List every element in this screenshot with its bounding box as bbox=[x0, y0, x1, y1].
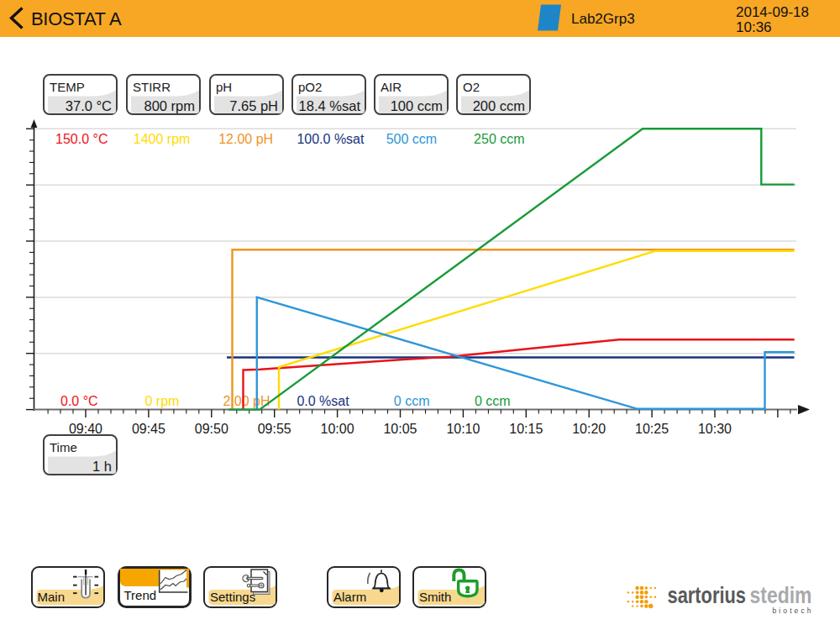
svg-text:biotech: biotech bbox=[773, 606, 811, 615]
svg-text:sartorius: sartorius bbox=[668, 582, 747, 608]
svg-text:stedim: stedim bbox=[750, 582, 812, 608]
